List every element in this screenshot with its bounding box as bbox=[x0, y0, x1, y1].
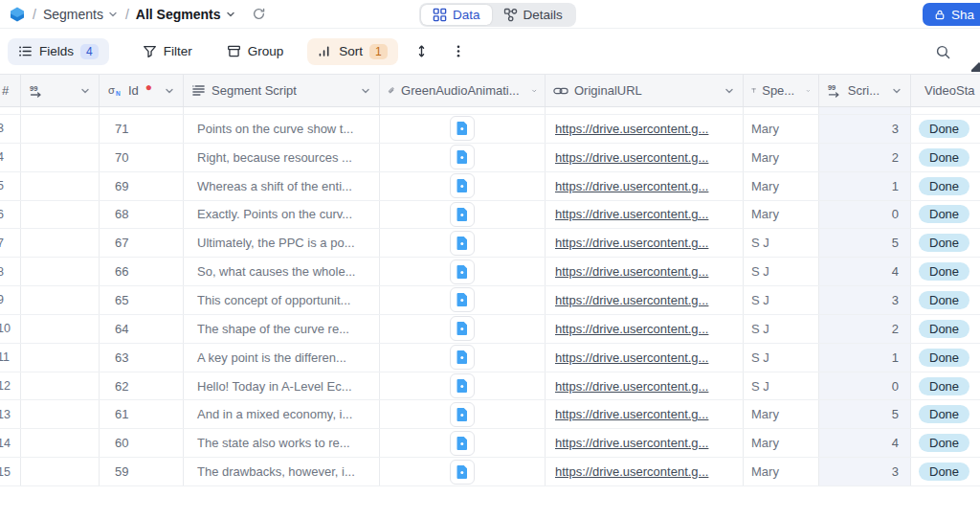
auto-cell[interactable] bbox=[21, 344, 100, 372]
auto-cell[interactable] bbox=[21, 372, 100, 400]
column-header-original-url[interactable]: OriginalURL bbox=[546, 75, 744, 106]
url-cell[interactable]: https://drive.usercontent.g... bbox=[546, 172, 744, 200]
auto-cell[interactable] bbox=[21, 201, 100, 229]
segment-script-cell[interactable]: So, what causes the whole... bbox=[184, 258, 380, 285]
refresh-button[interactable] bbox=[250, 5, 269, 24]
segment-script-cell[interactable]: And in a mixed economy, i... bbox=[184, 400, 380, 428]
id-cell[interactable]: 66 bbox=[100, 258, 184, 285]
url-cell[interactable]: https://drive.usercontent.g... bbox=[546, 201, 744, 229]
speaker-cell[interactable]: S J bbox=[744, 229, 819, 257]
attachment-cell[interactable] bbox=[380, 429, 546, 457]
status-cell[interactable]: Done bbox=[911, 372, 980, 400]
file-icon[interactable] bbox=[450, 202, 475, 227]
id-cell[interactable]: 68 bbox=[100, 201, 184, 229]
file-icon[interactable] bbox=[450, 460, 475, 485]
scri-cell[interactable]: 1 bbox=[819, 344, 911, 372]
status-cell[interactable]: Done bbox=[911, 286, 980, 314]
url-cell[interactable]: https://drive.usercontent.g... bbox=[546, 344, 744, 372]
column-header-row-number[interactable]: # bbox=[0, 75, 21, 106]
speaker-cell[interactable]: Mary bbox=[744, 400, 819, 428]
status-cell[interactable]: Done bbox=[911, 115, 980, 143]
more-options-button[interactable] bbox=[446, 39, 471, 64]
url-cell[interactable]: https://drive.usercontent.g... bbox=[546, 458, 744, 485]
row-number-cell[interactable]: 7 bbox=[0, 229, 21, 257]
file-icon[interactable] bbox=[450, 287, 475, 312]
breadcrumb-base[interactable]: Segments bbox=[43, 7, 119, 22]
scri-cell[interactable]: 4 bbox=[819, 429, 911, 457]
original-url-link[interactable]: https://drive.usercontent.g... bbox=[555, 407, 708, 421]
speaker-cell[interactable]: S J bbox=[744, 286, 819, 314]
status-cell[interactable]: Done bbox=[911, 344, 980, 372]
id-cell[interactable]: 63 bbox=[100, 344, 184, 372]
status-cell[interactable]: Done bbox=[911, 172, 980, 200]
segment-script-cell[interactable]: Right, because resources ... bbox=[184, 144, 380, 171]
column-header-segment-script[interactable]: Segment Script bbox=[184, 75, 380, 106]
auto-cell[interactable] bbox=[21, 458, 100, 485]
filter-button[interactable]: Filter bbox=[132, 38, 203, 64]
original-url-link[interactable]: https://drive.usercontent.g... bbox=[555, 464, 708, 479]
row-number-cell[interactable]: 3 bbox=[0, 115, 21, 143]
auto-cell[interactable] bbox=[21, 429, 100, 457]
segment-script-cell[interactable]: The state also works to re... bbox=[184, 429, 380, 457]
row-number-cell[interactable]: 5 bbox=[0, 172, 21, 200]
url-cell[interactable]: https://drive.usercontent.g... bbox=[546, 429, 744, 457]
scri-cell[interactable]: 0 bbox=[819, 372, 911, 400]
speaker-cell[interactable]: Mary bbox=[744, 115, 819, 143]
segment-script-cell[interactable]: Exactly. Points on the curv... bbox=[184, 201, 380, 229]
id-cell[interactable]: 65 bbox=[100, 286, 184, 314]
speaker-cell[interactable]: Mary bbox=[744, 201, 819, 229]
row-height-button[interactable] bbox=[410, 39, 434, 64]
url-cell[interactable]: https://drive.usercontent.g... bbox=[546, 144, 744, 171]
auto-cell[interactable] bbox=[21, 400, 100, 428]
url-cell[interactable]: https://drive.usercontent.g... bbox=[546, 372, 744, 400]
column-header-scri[interactable]: 99 Scri... bbox=[819, 75, 911, 106]
auto-cell[interactable] bbox=[21, 286, 100, 314]
scri-cell[interactable]: 1 bbox=[819, 172, 911, 200]
tab-data[interactable]: Data bbox=[421, 5, 492, 25]
attachment-cell[interactable] bbox=[380, 115, 546, 143]
row-number-cell[interactable]: 6 bbox=[0, 201, 21, 229]
file-icon[interactable] bbox=[450, 231, 475, 256]
segment-script-cell[interactable]: Ultimately, the PPC is a po... bbox=[184, 229, 380, 257]
speaker-cell[interactable]: Mary bbox=[744, 144, 819, 171]
row-number-cell[interactable]: 12 bbox=[0, 372, 21, 400]
file-icon[interactable] bbox=[450, 260, 475, 284]
url-cell[interactable]: https://drive.usercontent.g... bbox=[546, 229, 744, 257]
auto-cell[interactable] bbox=[21, 229, 100, 257]
original-url-link[interactable]: https://drive.usercontent.g... bbox=[555, 150, 708, 165]
row-number-cell[interactable]: 14 bbox=[0, 429, 21, 457]
id-cell[interactable]: 60 bbox=[100, 429, 184, 457]
file-icon[interactable] bbox=[450, 145, 475, 169]
status-cell[interactable]: Done bbox=[911, 458, 980, 485]
id-cell[interactable]: 64 bbox=[100, 315, 184, 343]
attachment-cell[interactable] bbox=[380, 258, 546, 285]
scri-cell[interactable]: 3 bbox=[819, 115, 911, 143]
tab-details[interactable]: Details bbox=[492, 5, 574, 25]
speaker-cell[interactable]: S J bbox=[744, 372, 819, 400]
scri-cell[interactable]: 2 bbox=[819, 315, 911, 343]
row-number-cell[interactable]: 10 bbox=[0, 315, 21, 343]
original-url-link[interactable]: https://drive.usercontent.g... bbox=[555, 264, 708, 279]
row-number-cell[interactable]: 11 bbox=[0, 344, 21, 372]
status-cell[interactable]: Done bbox=[911, 258, 980, 285]
column-header-video-status[interactable]: VideoSta bbox=[911, 75, 980, 106]
attachment-cell[interactable] bbox=[380, 344, 546, 372]
search-button[interactable] bbox=[930, 39, 955, 64]
speaker-cell[interactable]: Mary bbox=[744, 172, 819, 200]
segment-script-cell[interactable]: Whereas a shift of the enti... bbox=[184, 172, 380, 200]
row-number-cell[interactable]: 9 bbox=[0, 286, 21, 314]
attachment-cell[interactable] bbox=[380, 172, 546, 200]
segment-script-cell[interactable]: The shape of the curve re... bbox=[184, 315, 380, 343]
status-cell[interactable]: Done bbox=[911, 315, 980, 343]
original-url-link[interactable]: https://drive.usercontent.g... bbox=[555, 322, 708, 336]
file-icon[interactable] bbox=[450, 402, 475, 427]
auto-cell[interactable] bbox=[21, 172, 100, 200]
breadcrumb-table[interactable]: All Segments bbox=[136, 7, 236, 22]
url-cell[interactable]: https://drive.usercontent.g... bbox=[546, 400, 744, 428]
segment-script-cell[interactable]: Points on the curve show t... bbox=[184, 115, 380, 143]
auto-cell[interactable] bbox=[21, 258, 100, 285]
original-url-link[interactable]: https://drive.usercontent.g... bbox=[555, 179, 708, 193]
sort-button[interactable]: Sort 1 bbox=[307, 38, 397, 65]
attachment-cell[interactable] bbox=[380, 144, 546, 171]
scri-cell[interactable]: 5 bbox=[819, 229, 911, 257]
